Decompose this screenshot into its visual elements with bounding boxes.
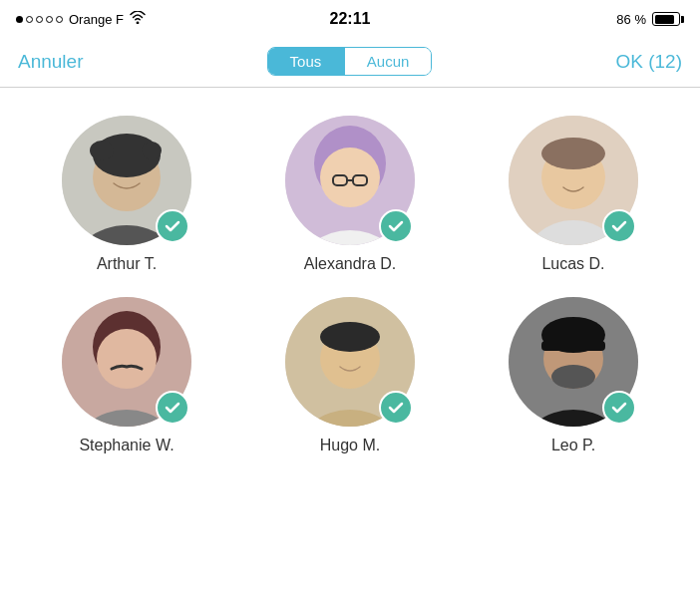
contact-item-stephanie[interactable]: Stephanie W. bbox=[20, 297, 233, 454]
carrier-name: Orange F bbox=[69, 12, 124, 27]
tous-button[interactable]: Tous bbox=[268, 48, 344, 75]
contact-name-arthur: Arthur T. bbox=[97, 255, 157, 273]
contact-grid: Arthur T. Alexandra D. Lucas bbox=[0, 88, 700, 474]
contact-item-lucas[interactable]: Lucas D. bbox=[467, 116, 680, 273]
contact-name-hugo: Hugo M. bbox=[320, 437, 380, 454]
contact-item-arthur[interactable]: Arthur T. bbox=[20, 116, 233, 273]
contact-item-alexandra[interactable]: Alexandra D. bbox=[243, 116, 457, 273]
contact-name-leo: Leo P. bbox=[551, 437, 595, 454]
svg-point-30 bbox=[551, 365, 595, 389]
check-badge-arthur bbox=[156, 209, 189, 243]
status-right: 86 % bbox=[616, 12, 684, 27]
avatar-wrapper-alexandra bbox=[285, 116, 415, 245]
avatar-wrapper-stephanie bbox=[62, 297, 191, 427]
battery-icon bbox=[652, 12, 684, 26]
time-display: 22:11 bbox=[330, 10, 371, 28]
segment-control: Tous Aucun bbox=[267, 47, 433, 76]
svg-point-20 bbox=[97, 329, 157, 389]
contact-item-hugo[interactable]: Hugo M. bbox=[243, 297, 457, 454]
signal-dot-3 bbox=[36, 16, 43, 23]
svg-point-16 bbox=[541, 138, 605, 169]
aucun-button[interactable]: Aucun bbox=[345, 48, 432, 75]
contact-name-alexandra: Alexandra D. bbox=[304, 255, 397, 273]
wifi-icon bbox=[130, 11, 146, 27]
contact-item-leo[interactable]: Leo P. bbox=[467, 297, 680, 454]
cancel-button[interactable]: Annuler bbox=[18, 51, 84, 73]
contact-name-stephanie: Stephanie W. bbox=[79, 437, 174, 454]
check-badge-leo bbox=[602, 391, 636, 425]
check-badge-hugo bbox=[379, 391, 413, 425]
signal-dots bbox=[16, 16, 63, 23]
signal-dot-2 bbox=[26, 16, 33, 23]
avatar-wrapper-arthur bbox=[62, 116, 191, 245]
svg-rect-29 bbox=[541, 341, 605, 351]
contact-name-lucas: Lucas D. bbox=[541, 255, 604, 273]
svg-point-5 bbox=[142, 142, 162, 159]
check-badge-lucas bbox=[602, 209, 636, 243]
status-bar: Orange F 22:11 86 % bbox=[0, 0, 700, 36]
status-left: Orange F bbox=[16, 11, 146, 27]
avatar-wrapper-leo bbox=[509, 297, 638, 427]
svg-point-4 bbox=[90, 141, 114, 160]
avatar-wrapper-lucas bbox=[509, 116, 638, 245]
avatar-wrapper-hugo bbox=[285, 297, 415, 427]
signal-dot-5 bbox=[56, 16, 63, 23]
check-badge-stephanie bbox=[156, 391, 189, 425]
check-badge-alexandra bbox=[379, 209, 413, 243]
svg-point-9 bbox=[320, 148, 380, 207]
nav-bar: Annuler Tous Aucun OK (12) bbox=[0, 36, 700, 88]
battery-percent: 86 % bbox=[616, 12, 646, 27]
signal-dot-4 bbox=[46, 16, 53, 23]
signal-dot-1 bbox=[16, 16, 23, 23]
svg-point-24 bbox=[320, 322, 380, 352]
ok-button[interactable]: OK (12) bbox=[615, 51, 682, 73]
